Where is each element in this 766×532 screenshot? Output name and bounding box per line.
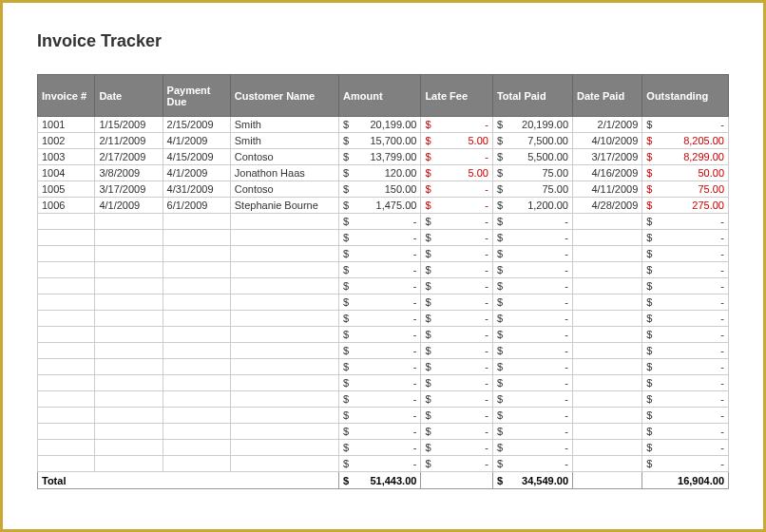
cell-latefee: $- <box>421 327 493 343</box>
cell-date: 1/15/2009 <box>95 117 163 133</box>
cell-totalpaid: $- <box>492 408 572 424</box>
cell-due <box>163 214 230 230</box>
cell-invoice <box>38 456 95 472</box>
cell-date <box>95 294 163 311</box>
cell-totalpaid: $- <box>492 262 572 278</box>
cell-due <box>163 408 230 424</box>
header-late-fee: Late Fee <box>421 75 493 117</box>
cell-customer: Smith <box>230 133 338 149</box>
cell-due: 2/15/2009 <box>163 117 230 133</box>
cell-latefee: $- <box>421 359 493 375</box>
cell-latefee: $- <box>421 117 493 133</box>
cell-invoice <box>38 440 95 456</box>
cell-totalpaid: $- <box>492 375 572 391</box>
cell-due <box>163 375 230 391</box>
cell-totalpaid: $- <box>492 456 572 472</box>
cell-invoice <box>38 230 95 246</box>
total-latefee <box>421 472 493 489</box>
cell-customer <box>230 311 338 327</box>
cell-amount: $- <box>339 359 421 375</box>
cell-totalpaid: $7,500.00 <box>492 133 572 149</box>
cell-date <box>95 262 163 278</box>
cell-outstanding: $- <box>642 424 729 440</box>
cell-date <box>95 408 163 424</box>
cell-due <box>163 391 230 408</box>
cell-datepaid: 4/16/2009 <box>573 165 642 181</box>
cell-outstanding: $- <box>642 391 729 408</box>
cell-invoice <box>38 391 95 408</box>
table-row: $-$-$-$- <box>38 343 729 359</box>
cell-latefee: $- <box>421 424 493 440</box>
cell-due <box>163 359 230 375</box>
cell-outstanding: $- <box>642 230 729 246</box>
table-row: $-$-$-$- <box>38 246 729 262</box>
cell-totalpaid: $5,500.00 <box>492 149 572 165</box>
cell-latefee: $- <box>421 149 493 165</box>
cell-invoice: 1003 <box>38 149 95 165</box>
table-row: $-$-$-$- <box>38 327 729 343</box>
cell-invoice: 1005 <box>38 181 95 198</box>
cell-date <box>95 343 163 359</box>
cell-outstanding: $- <box>642 246 729 262</box>
cell-customer <box>230 375 338 391</box>
cell-latefee: $- <box>421 440 493 456</box>
table-row: $-$-$-$- <box>38 440 729 456</box>
table-row: 10032/17/20094/15/2009Contoso$13,799.00$… <box>38 149 729 165</box>
cell-customer <box>230 440 338 456</box>
cell-datepaid <box>573 391 642 408</box>
header-payment-due: Payment Due <box>163 75 230 117</box>
cell-datepaid <box>573 230 642 246</box>
cell-due: 4/15/2009 <box>163 149 230 165</box>
cell-customer: Smith <box>230 117 338 133</box>
cell-customer: Contoso <box>230 181 338 198</box>
cell-customer <box>230 262 338 278</box>
cell-datepaid: 2/1/2009 <box>573 117 642 133</box>
cell-datepaid <box>573 408 642 424</box>
table-row: $-$-$-$- <box>38 230 729 246</box>
cell-amount: $- <box>339 408 421 424</box>
total-outstanding: 16,904.00 <box>642 472 729 489</box>
cell-amount: $- <box>339 343 421 359</box>
cell-amount: $- <box>339 246 421 262</box>
cell-amount: $13,799.00 <box>339 149 421 165</box>
cell-invoice: 1001 <box>38 117 95 133</box>
cell-customer <box>230 327 338 343</box>
cell-date <box>95 246 163 262</box>
cell-totalpaid: $20,199.00 <box>492 117 572 133</box>
cell-customer <box>230 230 338 246</box>
cell-latefee: $5.00 <box>421 133 493 149</box>
cell-amount: $- <box>339 391 421 408</box>
total-label: Total <box>38 472 339 489</box>
cell-date <box>95 375 163 391</box>
table-row: $-$-$-$- <box>38 424 729 440</box>
cell-date <box>95 424 163 440</box>
cell-amount: $- <box>339 278 421 294</box>
cell-outstanding: $- <box>642 278 729 294</box>
cell-outstanding: $- <box>642 343 729 359</box>
cell-due <box>163 311 230 327</box>
cell-due: 6/1/2009 <box>163 198 230 214</box>
cell-outstanding: $- <box>642 359 729 375</box>
cell-amount: $- <box>339 311 421 327</box>
cell-totalpaid: $- <box>492 440 572 456</box>
cell-amount: $- <box>339 375 421 391</box>
cell-invoice: 1004 <box>38 165 95 181</box>
cell-customer: Contoso <box>230 149 338 165</box>
header-invoice: Invoice # <box>38 75 95 117</box>
cell-customer <box>230 424 338 440</box>
total-paid: $34,549.00 <box>492 472 572 489</box>
table-row: 10011/15/20092/15/2009Smith$20,199.00$-$… <box>38 117 729 133</box>
cell-datepaid: 4/28/2009 <box>573 198 642 214</box>
cell-datepaid <box>573 456 642 472</box>
cell-totalpaid: $- <box>492 230 572 246</box>
cell-customer: Stephanie Bourne <box>230 198 338 214</box>
cell-due <box>163 343 230 359</box>
cell-totalpaid: $75.00 <box>492 165 572 181</box>
cell-amount: $- <box>339 440 421 456</box>
cell-amount: $120.00 <box>339 165 421 181</box>
cell-invoice <box>38 246 95 262</box>
cell-datepaid <box>573 424 642 440</box>
cell-due <box>163 278 230 294</box>
cell-invoice <box>38 359 95 375</box>
cell-amount: $- <box>339 262 421 278</box>
